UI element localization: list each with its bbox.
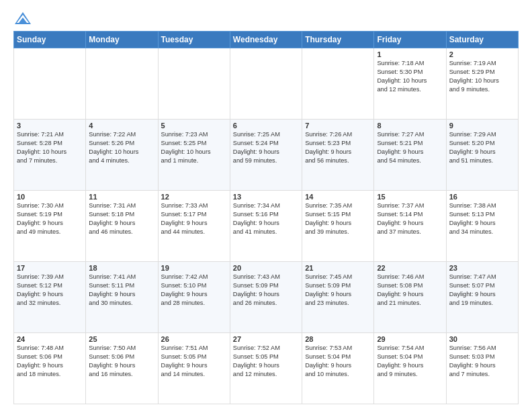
day-number: 14	[305, 193, 371, 201]
calendar-cell: 24Sunrise: 7:48 AM Sunset: 5:06 PM Dayli…	[14, 333, 86, 404]
calendar-table: SundayMondayTuesdayWednesdayThursdayFrid…	[13, 31, 519, 404]
day-number: 26	[161, 335, 227, 343]
day-number: 29	[377, 335, 443, 343]
day-number: 1	[377, 50, 443, 58]
calendar-cell	[86, 48, 158, 120]
calendar-cell: 11Sunrise: 7:31 AM Sunset: 5:18 PM Dayli…	[86, 191, 158, 262]
day-number: 24	[17, 335, 83, 343]
day-number: 17	[17, 264, 83, 272]
day-number: 22	[377, 264, 443, 272]
day-number: 11	[89, 193, 154, 201]
day-info: Sunrise: 7:45 AM Sunset: 5:09 PM Dayligh…	[305, 273, 371, 308]
week-row-4: 17Sunrise: 7:39 AM Sunset: 5:12 PM Dayli…	[14, 262, 519, 333]
weekday-tuesday: Tuesday	[158, 32, 230, 48]
calendar-cell: 1Sunrise: 7:18 AM Sunset: 5:30 PM Daylig…	[374, 48, 446, 120]
day-info: Sunrise: 7:47 AM Sunset: 5:07 PM Dayligh…	[449, 273, 515, 308]
day-number: 12	[161, 193, 227, 201]
weekday-header-row: SundayMondayTuesdayWednesdayThursdayFrid…	[14, 32, 519, 48]
calendar-body: 1Sunrise: 7:18 AM Sunset: 5:30 PM Daylig…	[14, 48, 519, 404]
day-info: Sunrise: 7:23 AM Sunset: 5:25 PM Dayligh…	[161, 130, 227, 165]
day-number: 13	[233, 193, 299, 201]
day-number: 23	[449, 264, 515, 272]
weekday-sunday: Sunday	[14, 32, 86, 48]
calendar-cell: 30Sunrise: 7:56 AM Sunset: 5:03 PM Dayli…	[446, 333, 518, 404]
calendar-cell: 22Sunrise: 7:46 AM Sunset: 5:08 PM Dayli…	[374, 262, 446, 333]
day-info: Sunrise: 7:22 AM Sunset: 5:26 PM Dayligh…	[89, 130, 154, 165]
weekday-wednesday: Wednesday	[230, 32, 302, 48]
day-number: 4	[89, 122, 154, 130]
week-row-5: 24Sunrise: 7:48 AM Sunset: 5:06 PM Dayli…	[14, 333, 519, 404]
day-info: Sunrise: 7:27 AM Sunset: 5:21 PM Dayligh…	[377, 130, 443, 165]
day-info: Sunrise: 7:29 AM Sunset: 5:20 PM Dayligh…	[449, 130, 515, 165]
day-info: Sunrise: 7:43 AM Sunset: 5:09 PM Dayligh…	[233, 273, 299, 308]
day-info: Sunrise: 7:52 AM Sunset: 5:05 PM Dayligh…	[233, 344, 299, 379]
weekday-monday: Monday	[86, 32, 158, 48]
day-info: Sunrise: 7:41 AM Sunset: 5:11 PM Dayligh…	[89, 273, 154, 308]
day-info: Sunrise: 7:31 AM Sunset: 5:18 PM Dayligh…	[89, 201, 154, 236]
day-info: Sunrise: 7:37 AM Sunset: 5:14 PM Dayligh…	[377, 201, 443, 236]
day-info: Sunrise: 7:33 AM Sunset: 5:17 PM Dayligh…	[161, 201, 227, 236]
day-number: 8	[377, 122, 443, 130]
calendar-cell: 27Sunrise: 7:52 AM Sunset: 5:05 PM Dayli…	[230, 333, 302, 404]
calendar-cell: 14Sunrise: 7:35 AM Sunset: 5:15 PM Dayli…	[302, 191, 374, 262]
calendar-cell: 20Sunrise: 7:43 AM Sunset: 5:09 PM Dayli…	[230, 262, 302, 333]
calendar-cell	[230, 48, 302, 120]
calendar-cell: 26Sunrise: 7:51 AM Sunset: 5:05 PM Dayli…	[158, 333, 230, 404]
day-info: Sunrise: 7:30 AM Sunset: 5:19 PM Dayligh…	[17, 201, 83, 236]
calendar-cell: 29Sunrise: 7:54 AM Sunset: 5:04 PM Dayli…	[374, 333, 446, 404]
day-number: 20	[233, 264, 299, 272]
day-number: 3	[17, 122, 83, 130]
calendar-cell	[14, 48, 86, 120]
calendar-cell: 21Sunrise: 7:45 AM Sunset: 5:09 PM Dayli…	[302, 262, 374, 333]
day-info: Sunrise: 7:19 AM Sunset: 5:29 PM Dayligh…	[449, 59, 515, 94]
day-info: Sunrise: 7:25 AM Sunset: 5:24 PM Dayligh…	[233, 130, 299, 165]
calendar-cell: 7Sunrise: 7:26 AM Sunset: 5:23 PM Daylig…	[302, 120, 374, 191]
day-info: Sunrise: 7:21 AM Sunset: 5:28 PM Dayligh…	[17, 130, 83, 165]
day-info: Sunrise: 7:56 AM Sunset: 5:03 PM Dayligh…	[449, 344, 515, 379]
calendar-cell: 10Sunrise: 7:30 AM Sunset: 5:19 PM Dayli…	[14, 191, 86, 262]
day-info: Sunrise: 7:26 AM Sunset: 5:23 PM Dayligh…	[305, 130, 371, 165]
day-info: Sunrise: 7:48 AM Sunset: 5:06 PM Dayligh…	[17, 344, 83, 379]
day-info: Sunrise: 7:38 AM Sunset: 5:13 PM Dayligh…	[449, 201, 515, 236]
day-number: 10	[17, 193, 83, 201]
day-number: 27	[233, 335, 299, 343]
calendar-cell: 17Sunrise: 7:39 AM Sunset: 5:12 PM Dayli…	[14, 262, 86, 333]
calendar-cell: 13Sunrise: 7:34 AM Sunset: 5:16 PM Dayli…	[230, 191, 302, 262]
day-info: Sunrise: 7:39 AM Sunset: 5:12 PM Dayligh…	[17, 273, 83, 308]
day-number: 19	[161, 264, 227, 272]
calendar-cell: 6Sunrise: 7:25 AM Sunset: 5:24 PM Daylig…	[230, 120, 302, 191]
calendar-cell: 18Sunrise: 7:41 AM Sunset: 5:11 PM Dayli…	[86, 262, 158, 333]
calendar-cell: 3Sunrise: 7:21 AM Sunset: 5:28 PM Daylig…	[14, 120, 86, 191]
day-info: Sunrise: 7:53 AM Sunset: 5:04 PM Dayligh…	[305, 344, 371, 379]
weekday-saturday: Saturday	[446, 32, 518, 48]
day-number: 2	[449, 50, 515, 58]
calendar-cell: 28Sunrise: 7:53 AM Sunset: 5:04 PM Dayli…	[302, 333, 374, 404]
calendar-cell: 25Sunrise: 7:50 AM Sunset: 5:06 PM Dayli…	[86, 333, 158, 404]
day-number: 16	[449, 193, 515, 201]
day-number: 30	[449, 335, 515, 343]
weekday-thursday: Thursday	[302, 32, 374, 48]
week-row-1: 1Sunrise: 7:18 AM Sunset: 5:30 PM Daylig…	[14, 48, 519, 120]
day-number: 18	[89, 264, 154, 272]
calendar-cell	[302, 48, 374, 120]
calendar-cell: 9Sunrise: 7:29 AM Sunset: 5:20 PM Daylig…	[446, 120, 518, 191]
day-info: Sunrise: 7:46 AM Sunset: 5:08 PM Dayligh…	[377, 273, 443, 308]
day-number: 5	[161, 122, 227, 130]
day-info: Sunrise: 7:50 AM Sunset: 5:06 PM Dayligh…	[89, 344, 154, 379]
calendar-cell: 4Sunrise: 7:22 AM Sunset: 5:26 PM Daylig…	[86, 120, 158, 191]
week-row-3: 10Sunrise: 7:30 AM Sunset: 5:19 PM Dayli…	[14, 191, 519, 262]
day-number: 7	[305, 122, 371, 130]
day-number: 9	[449, 122, 515, 130]
day-info: Sunrise: 7:18 AM Sunset: 5:30 PM Dayligh…	[377, 59, 443, 94]
logo-icon	[13, 11, 32, 26]
header	[13, 11, 519, 26]
week-row-2: 3Sunrise: 7:21 AM Sunset: 5:28 PM Daylig…	[14, 120, 519, 191]
calendar-cell: 23Sunrise: 7:47 AM Sunset: 5:07 PM Dayli…	[446, 262, 518, 333]
day-number: 21	[305, 264, 371, 272]
day-number: 25	[89, 335, 154, 343]
calendar-cell: 8Sunrise: 7:27 AM Sunset: 5:21 PM Daylig…	[374, 120, 446, 191]
day-number: 28	[305, 335, 371, 343]
calendar-cell: 19Sunrise: 7:42 AM Sunset: 5:10 PM Dayli…	[158, 262, 230, 333]
logo	[13, 11, 34, 26]
day-info: Sunrise: 7:42 AM Sunset: 5:10 PM Dayligh…	[161, 273, 227, 308]
